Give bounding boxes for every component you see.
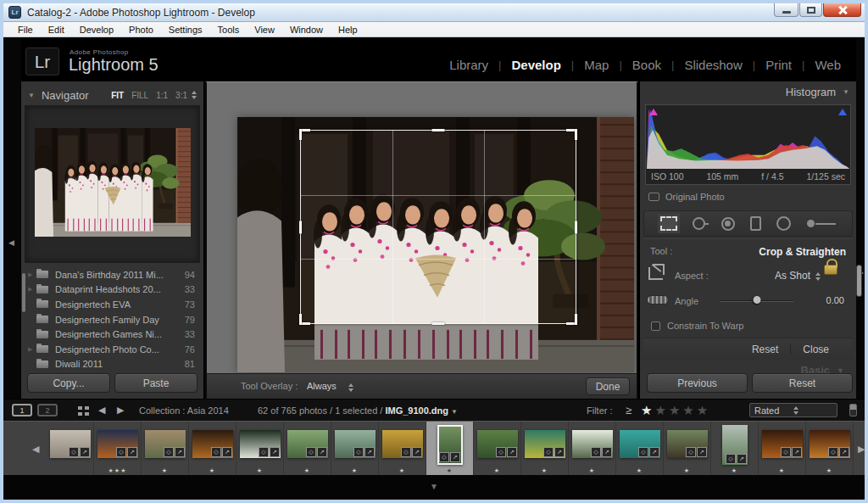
- folder-row[interactable]: ▶Dataprint Headshots 20...33: [28, 282, 200, 298]
- crop-badge-icon[interactable]: ↗: [364, 447, 375, 457]
- keyword-badge-icon[interactable]: ◇: [69, 447, 79, 457]
- thumbnail-star-rating[interactable]: ★: [521, 467, 568, 474]
- zoom-mode-fit[interactable]: FIT: [111, 91, 124, 100]
- thumbnail-star-rating[interactable]: ★: [426, 467, 473, 474]
- filter-star-rating[interactable]: ★★★★★: [641, 403, 710, 418]
- thumbnail-star-rating[interactable]: ★: [284, 467, 331, 474]
- crop-badge-icon[interactable]: ↗: [554, 447, 565, 457]
- filmstrip-thumbnail[interactable]: ◇↗★: [521, 422, 569, 475]
- right-panel-scrollbar[interactable]: [856, 265, 862, 297]
- aspect-lock-icon[interactable]: [824, 265, 837, 275]
- crop-reset-button[interactable]: Reset: [740, 344, 790, 355]
- radial-filter-tool-icon[interactable]: [776, 216, 791, 231]
- thumbnail-star-rating[interactable]: ★: [806, 467, 853, 474]
- keyword-badge-icon[interactable]: ◇: [828, 447, 838, 457]
- menu-window[interactable]: Window: [282, 25, 331, 35]
- keyword-badge-icon[interactable]: ◇: [211, 447, 221, 457]
- thumbnail-star-rating[interactable]: ★: [236, 467, 283, 474]
- folder-row[interactable]: Designertech Family Day79: [28, 312, 200, 327]
- filter-operator[interactable]: ≥: [626, 404, 632, 416]
- crop-badge-icon[interactable]: ↗: [317, 447, 327, 457]
- thumbnail-image[interactable]: ◇↗: [477, 430, 518, 458]
- aspect-value[interactable]: As Shot: [775, 270, 810, 282]
- keyword-badge-icon[interactable]: ◇: [781, 447, 791, 457]
- folder-row[interactable]: Designertech Games Ni...33: [28, 327, 200, 342]
- crop-badge-icon[interactable]: ↗: [649, 447, 659, 457]
- thumbnail-image[interactable]: ◇↗: [620, 430, 660, 458]
- filmstrip-thumbnail[interactable]: ◇↗★: [331, 422, 379, 475]
- crop-badge-icon[interactable]: ↗: [80, 447, 90, 457]
- selection-status[interactable]: 62 of 765 photos / 1 selected / IMG_9100…: [258, 405, 458, 416]
- aspect-updown-icon[interactable]: [815, 272, 821, 281]
- filmstrip-scroll-left-icon[interactable]: ◀: [32, 444, 39, 455]
- thumbnail-star-rating[interactable]: ★: [711, 467, 758, 474]
- filter-toggle-switch[interactable]: [849, 404, 857, 416]
- keyword-badge-icon[interactable]: ◇: [543, 447, 554, 457]
- filter-preset-dropdown[interactable]: Rated: [749, 403, 837, 417]
- collection-breadcrumb[interactable]: Collection : Asia 2014: [139, 405, 229, 416]
- filmstrip-thumbnail[interactable]: ◇↗★: [711, 422, 759, 475]
- zoom-mode-fill[interactable]: FILL: [131, 91, 148, 100]
- highlight-clipping-indicator[interactable]: [837, 107, 849, 117]
- module-book[interactable]: Book: [622, 58, 671, 72]
- menu-file[interactable]: File: [10, 25, 41, 35]
- thumbnail-image[interactable]: ◇↗: [667, 430, 708, 458]
- tool-overlay-updown-icon[interactable]: [348, 383, 353, 392]
- thumbnail-image[interactable]: ◇↗: [192, 430, 233, 458]
- folder-row[interactable]: Designertech EVA73: [28, 297, 200, 312]
- filter-star-3[interactable]: ★: [669, 403, 682, 417]
- thumbnail-star-rating[interactable]: ★: [189, 467, 236, 474]
- menu-settings[interactable]: Settings: [161, 25, 210, 35]
- folder-expander-icon[interactable]: ▶: [28, 286, 36, 293]
- thumbnail-image[interactable]: ◇↗: [145, 430, 186, 458]
- folder-row[interactable]: ▶Dana's Birthday 2011 Mi...94: [28, 267, 200, 282]
- crop-badge-icon[interactable]: ↗: [412, 447, 422, 457]
- thumbnail-star-rating[interactable]: ★: [142, 467, 188, 474]
- thumbnail-star-rating[interactable]: ★★★: [94, 467, 141, 474]
- crop-close-button[interactable]: Close: [791, 344, 841, 355]
- thumbnail-star-rating[interactable]: ★: [379, 467, 426, 474]
- menu-edit[interactable]: Edit: [41, 25, 72, 35]
- crop-badge-icon[interactable]: ↗: [222, 447, 232, 457]
- menu-develop[interactable]: Develop: [72, 25, 121, 35]
- histogram-disclosure-icon[interactable]: ▼: [843, 88, 849, 96]
- keyword-badge-icon[interactable]: ◇: [439, 452, 449, 462]
- crop-badge-icon[interactable]: ↗: [507, 447, 517, 457]
- keyword-badge-icon[interactable]: ◇: [259, 447, 269, 457]
- filmstrip-thumbnail[interactable]: ◇↗★: [474, 422, 521, 475]
- crop-aspect-icon[interactable]: [648, 267, 663, 280]
- crop-handle-s[interactable]: [432, 322, 445, 325]
- crop-badge-icon[interactable]: ↗: [602, 447, 612, 457]
- filter-star-4[interactable]: ★: [682, 403, 696, 417]
- bottom-panel-collapse-strip[interactable]: ▼: [3, 475, 865, 500]
- crop-handle-w[interactable]: [299, 221, 302, 233]
- thumbnail-image[interactable]: ◇↗: [810, 430, 850, 458]
- thumbnail-image[interactable]: ◇↗: [437, 425, 463, 465]
- keyword-badge-icon[interactable]: ◇: [591, 447, 601, 457]
- filmstrip-thumbnail[interactable]: ◇↗★: [664, 422, 711, 475]
- crop-tool-icon[interactable]: [660, 216, 677, 231]
- filmstrip-thumbnail[interactable]: ◇↗★: [142, 422, 189, 475]
- keyword-badge-icon[interactable]: ◇: [496, 447, 506, 457]
- crop-badge-icon[interactable]: ↗: [127, 447, 137, 457]
- menu-photo[interactable]: Photo: [121, 25, 161, 35]
- crop-handle-nw2[interactable]: [299, 129, 302, 140]
- folder-expander-icon[interactable]: ▶: [28, 271, 36, 278]
- crop-badge-icon[interactable]: ↗: [839, 447, 849, 457]
- module-map[interactable]: Map: [574, 58, 619, 72]
- menu-view[interactable]: View: [247, 25, 282, 35]
- angle-level-icon[interactable]: [647, 295, 669, 305]
- filter-star-1[interactable]: ★: [641, 403, 654, 417]
- navigator-header[interactable]: ▼ Navigator FITFILL1:13:1: [21, 86, 203, 104]
- thumbnail-image[interactable]: ◇↗: [97, 430, 138, 458]
- filmstrip-thumbnail[interactable]: ◇↗★: [806, 422, 854, 475]
- crop-handle-se2[interactable]: [575, 314, 577, 325]
- thumbnail-image[interactable]: ◇↗: [240, 430, 281, 458]
- angle-slider[interactable]: [720, 300, 793, 302]
- filter-star-5[interactable]: ★: [697, 403, 710, 417]
- next-photo-arrow-icon[interactable]: ▶: [117, 405, 124, 416]
- folder-row[interactable]: Diwali 201181: [28, 357, 200, 372]
- red-eye-tool-icon[interactable]: [721, 217, 735, 231]
- filter-star-2[interactable]: ★: [654, 403, 668, 417]
- keyword-badge-icon[interactable]: ◇: [686, 447, 696, 457]
